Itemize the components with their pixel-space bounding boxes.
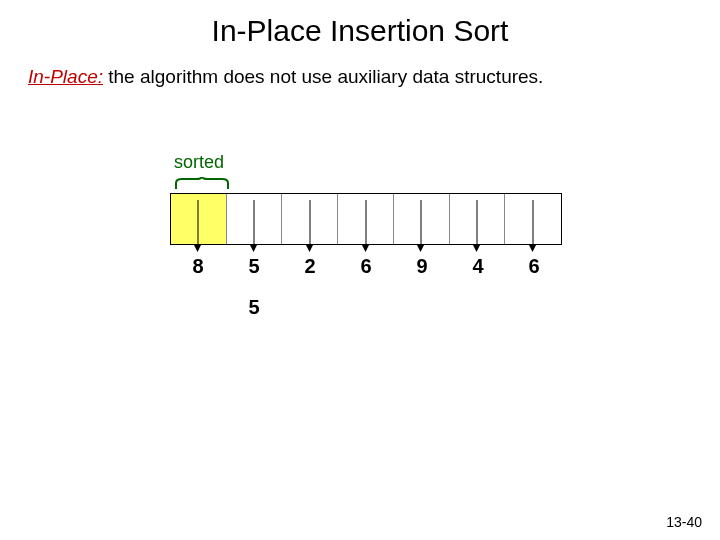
arrow-down-icon <box>198 200 199 252</box>
page-title: In-Place Insertion Sort <box>0 0 720 48</box>
current-key: 5 <box>226 296 282 319</box>
term-inplace: In-Place: <box>28 66 103 87</box>
arrow-down-icon <box>476 200 477 252</box>
value-3: 6 <box>338 255 394 278</box>
page-number: 13-40 <box>666 514 702 530</box>
definition-rest: the algorithm does not use auxiliary dat… <box>103 66 543 87</box>
arrow-down-icon <box>309 200 310 252</box>
cell-3 <box>338 194 394 244</box>
value-row: 8 5 2 6 9 4 6 <box>170 255 562 278</box>
definition-line: In-Place: the algorithm does not use aux… <box>28 66 720 88</box>
value-6: 6 <box>506 255 562 278</box>
current-key-row: 5 <box>170 296 562 320</box>
arrow-down-icon <box>365 200 366 252</box>
cell-0 <box>171 194 227 244</box>
arrow-down-icon <box>421 200 422 252</box>
array-cells <box>170 193 562 245</box>
sort-diagram: sorted 8 5 2 6 9 4 6 <box>170 152 590 320</box>
value-4: 9 <box>394 255 450 278</box>
arrow-down-icon <box>254 200 255 252</box>
sorted-label: sorted <box>174 152 590 173</box>
arrow-down-icon <box>533 200 534 252</box>
value-1: 5 <box>226 255 282 278</box>
cell-2 <box>282 194 338 244</box>
value-2: 2 <box>282 255 338 278</box>
cell-1 <box>227 194 283 244</box>
cell-6 <box>505 194 561 244</box>
sorted-brace <box>174 177 230 191</box>
value-0: 8 <box>170 255 226 278</box>
cell-4 <box>394 194 450 244</box>
value-5: 4 <box>450 255 506 278</box>
cell-5 <box>450 194 506 244</box>
